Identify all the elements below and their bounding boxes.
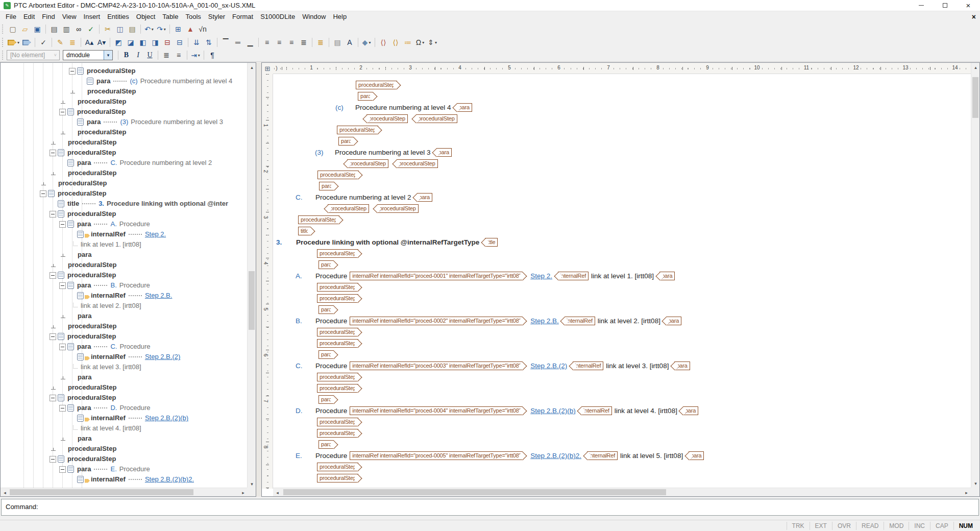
internalref-link[interactable]: Step 2. [145, 229, 166, 239]
document-line[interactable]: para [338, 135, 971, 147]
document-line[interactable]: proceduralStep [317, 416, 971, 427]
scroll-right-icon[interactable]: ▸ [239, 488, 248, 497]
scroll-down-icon[interactable]: ▾ [248, 479, 256, 488]
tree-row-proceduralStep[interactable]: proceduralStep [1, 393, 247, 403]
collapse-toggle[interactable] [59, 344, 66, 350]
close-tag[interactable]: internalRef [573, 361, 603, 370]
menu-entities[interactable]: Entities [104, 11, 133, 22]
tree-row-text[interactable]: link at level 2. [irtt08] [1, 301, 247, 311]
tree-row-proceduralStep[interactable]: proceduralStep [1, 66, 247, 76]
fill-color-button[interactable]: ◆▾ [360, 36, 373, 49]
tree-row-proceduralStep[interactable]: proceduralStep [1, 331, 247, 342]
collapse-toggle[interactable] [59, 466, 66, 473]
align-center-button[interactable]: ≡ [273, 36, 285, 49]
menu-file[interactable]: File [2, 11, 20, 22]
tree-row-text[interactable]: link at level 4. [irtt08] [1, 423, 247, 433]
document-line[interactable]: E.ProcedureinternalRef internalRefId="pr… [296, 450, 971, 461]
document-line[interactable]: proceduralStep [317, 169, 971, 180]
tree-row-proceduralStep[interactable]: proceduralStep [1, 168, 247, 178]
document-line[interactable]: proceduralStepproceduralStep [361, 113, 971, 124]
close-tag[interactable]: proceduralStep [377, 204, 419, 213]
tree-row-proceduralStep[interactable]: proceduralStep [1, 260, 247, 270]
valign-bottom-button[interactable]: ▁ [244, 36, 256, 49]
element-combo[interactable]: [No element] ˅ [7, 50, 60, 60]
table-insert-col-left-button[interactable]: ◧ [137, 36, 149, 49]
scroll-right-icon[interactable]: ▸ [962, 488, 971, 497]
open-tag[interactable]: title [298, 227, 311, 235]
edit-tag-button[interactable] [20, 36, 33, 49]
document-line[interactable]: proceduralStep [317, 281, 971, 293]
font-increase-button[interactable]: A▴ [83, 36, 95, 49]
menu-view[interactable]: View [59, 11, 80, 22]
open-tag[interactable]: para [318, 440, 334, 449]
document-line[interactable]: proceduralStep [317, 326, 971, 337]
table-split-cells-button[interactable]: ⇅ [203, 36, 215, 49]
tree-row-para[interactable]: paraA.Procedure [1, 219, 247, 229]
scroll-up-icon[interactable]: ▴ [248, 63, 256, 71]
toggle-tag-display-button[interactable]: ≣ [66, 36, 79, 49]
document-line[interactable]: proceduralStep [317, 337, 971, 349]
close-tag[interactable]: para [417, 193, 432, 202]
open-tag[interactable]: proceduralStep [317, 384, 358, 393]
close-tag[interactable]: internalRef [587, 451, 618, 460]
insert-symbol-button[interactable]: Ω▾ [414, 36, 426, 49]
character-format-button[interactable]: A [344, 36, 356, 49]
tree-row-internalRef[interactable]: internalRefStep 2.B.(2)(b)2. [1, 474, 247, 485]
save-file-button[interactable]: ▣ [31, 23, 43, 35]
tree-row-proceduralStep[interactable]: proceduralStep [1, 188, 247, 199]
internalref-link[interactable]: Step 2.B.(2)(b)2. [145, 474, 194, 485]
undo-button[interactable]: ↶▾ [143, 23, 155, 35]
print-preview-button[interactable]: ▥ [60, 23, 72, 35]
open-tag[interactable]: proceduralStep [337, 126, 378, 134]
line-spacing-button[interactable]: ⇕▾ [426, 36, 438, 49]
new-document-button[interactable]: ▢ [7, 23, 19, 35]
tree-row-proceduralStep[interactable]: proceduralStep [1, 178, 247, 188]
menu-s1000dlite[interactable]: S1000DLite [257, 11, 299, 22]
open-tag[interactable]: proceduralStep [317, 474, 358, 482]
scroll-down-icon[interactable]: ▾ [971, 479, 980, 488]
document-content[interactable]: proceduralSteppara(c)Procedure numbering… [273, 74, 971, 489]
document-line[interactable]: proceduralStep [317, 461, 971, 472]
open-tag[interactable]: proceduralStep [317, 249, 358, 258]
collapse-toggle[interactable] [50, 333, 56, 340]
document-line[interactable]: C.Procedure numbering at level 2para [296, 191, 971, 203]
redo-button[interactable]: ↷▾ [155, 23, 167, 35]
document-line[interactable]: para [318, 349, 971, 360]
tree-row-proceduralStep[interactable]: proceduralStep [1, 444, 247, 454]
scrollbar-thumb[interactable] [249, 271, 255, 330]
document-line[interactable]: proceduralStep [317, 427, 971, 439]
document-line[interactable]: title [298, 225, 971, 236]
bullet-list-button[interactable]: ≡ [173, 49, 185, 61]
open-tag[interactable]: proceduralStep [298, 215, 339, 224]
document-line[interactable]: para [318, 259, 971, 270]
scroll-left-icon[interactable]: ◂ [273, 488, 282, 497]
scroll-up-icon[interactable]: ▴ [971, 63, 980, 71]
collapse-toggle[interactable] [59, 282, 66, 289]
open-tag[interactable]: proceduralStep [317, 463, 358, 471]
toolbar-grip[interactable] [2, 51, 5, 60]
valign-top-button[interactable]: ▔ [219, 36, 232, 49]
open-tag[interactable]: proceduralStep [356, 81, 397, 89]
document-line[interactable]: (c)Procedure numbering at level 4para [335, 102, 971, 113]
tree-row-internalRef[interactable]: internalRefStep 2.B.(2)(b) [1, 413, 247, 423]
edit-xml-source-button[interactable]: ⟨⟩ [389, 36, 402, 49]
open-tag[interactable]: proceduralStep [317, 418, 358, 426]
tree-row-proceduralStep[interactable]: proceduralStep [1, 137, 247, 148]
italic-button[interactable]: I [132, 50, 144, 61]
internalref-link[interactable]: Step 2.B. [145, 291, 172, 301]
find-binoculars-button[interactable]: ∞ [72, 23, 85, 35]
tree-row-para[interactable]: para(c)Procedure numbering at level 4 [1, 76, 247, 86]
toggle-completeness-check-button[interactable]: ✓ [37, 36, 50, 49]
tree-row-title[interactable]: title3.Procedure linking with optional @… [1, 199, 247, 209]
open-tag[interactable]: para [358, 92, 373, 101]
tree-horizontal-scrollbar[interactable]: ◂ ▸ [1, 488, 248, 496]
document-line[interactable]: (3)Procedure numbering at level 3para [315, 147, 971, 158]
collapse-toggle[interactable] [50, 150, 56, 156]
menu-table[interactable]: Table [159, 11, 182, 22]
align-right-button[interactable]: ≡ [285, 36, 298, 49]
insert-equation-button[interactable]: √n [197, 23, 209, 35]
document-line[interactable]: proceduralStep [356, 79, 971, 90]
context-combo[interactable]: dmodule ▾ [63, 50, 113, 60]
open-tag[interactable]: para [318, 305, 334, 314]
open-tag[interactable]: proceduralStep [317, 328, 358, 336]
